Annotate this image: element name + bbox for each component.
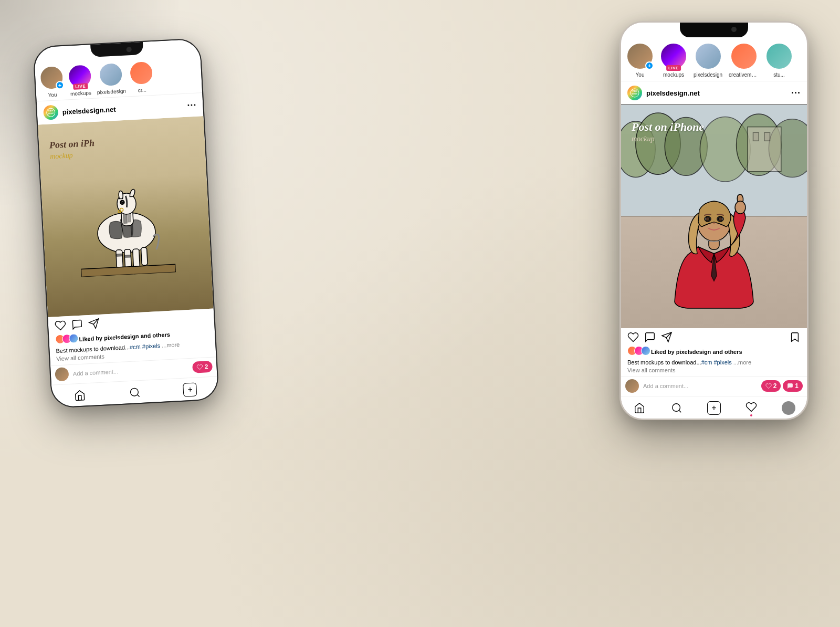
- nav-home-back[interactable]: [51, 386, 108, 404]
- zebra-illustration: [76, 167, 176, 277]
- post-title-back: Post on iPh mockup: [49, 132, 195, 161]
- comment-icon-front[interactable]: [644, 331, 656, 343]
- post-title-sub-front: mockup: [632, 135, 796, 143]
- comment-input-back[interactable]: Add a comment...: [73, 364, 189, 377]
- phone-front: + You LIVE mockups pixelsdesign: [620, 21, 808, 420]
- add-story-btn-front[interactable]: +: [645, 61, 654, 70]
- like-icon-front[interactable]: [627, 331, 639, 343]
- nav-search-back[interactable]: [107, 384, 163, 401]
- view-comments-front[interactable]: View all comments: [621, 367, 807, 377]
- svg-rect-10: [116, 249, 123, 268]
- svg-line-20: [137, 394, 139, 396]
- comment-avatar-front: [625, 379, 639, 393]
- live-badge-back: LIVE: [73, 83, 88, 89]
- story-studio-front[interactable]: stu...: [765, 43, 793, 78]
- nav-heart-front[interactable]: [732, 401, 770, 415]
- post-more-back[interactable]: ···: [187, 99, 197, 111]
- nav-add-front[interactable]: +: [696, 401, 733, 415]
- add-story-btn[interactable]: +: [56, 81, 65, 90]
- phone-back: + You LIVE mockups pixelsdesign: [33, 38, 219, 409]
- story-studio-label-front: stu...: [773, 72, 785, 78]
- story-mockups-front[interactable]: LIVE mockups: [660, 43, 687, 78]
- story-creative-back[interactable]: cr...: [129, 60, 154, 93]
- stories-row-front: + You LIVE mockups pixelsdesign: [621, 38, 807, 81]
- notif-heart-back[interactable]: 2: [192, 361, 213, 373]
- story-pixels-label-front: pixelsdesign: [694, 72, 722, 78]
- story-mockups-label-front: mockups: [663, 72, 684, 78]
- notif-container-back: 2: [192, 361, 213, 373]
- svg-text:VIBE: VIBE: [48, 109, 54, 112]
- notif-heart-count-back: 2: [204, 363, 208, 370]
- post-header-front: VIBE MUSIC pixelsdesign.net ···: [621, 81, 807, 104]
- svg-line-42: [679, 410, 681, 412]
- woman-illustration: [656, 160, 772, 328]
- live-badge-front: LIVE: [666, 65, 681, 71]
- story-pixels-front[interactable]: pixelsdesign: [694, 43, 722, 78]
- comment-row-front: Add a comment... 2 1: [621, 377, 807, 396]
- story-you-front[interactable]: + You: [626, 43, 654, 78]
- svg-point-17: [118, 210, 121, 213]
- post-image-back: Post on iPh mockup: [38, 116, 214, 317]
- notif-comment-count-front: 1: [795, 382, 799, 390]
- notif-container-front: 2 1: [761, 380, 803, 392]
- bottom-nav-front: +: [621, 396, 807, 419]
- svg-rect-12: [133, 248, 140, 268]
- story-creative-front[interactable]: creativemarket: [729, 43, 759, 78]
- post-logo-front: VIBE MUSIC: [627, 86, 642, 100]
- svg-point-9: [122, 201, 123, 202]
- likes-row-front: Liked by pixelsdesign and others: [621, 346, 807, 359]
- svg-rect-14: [116, 254, 122, 256]
- caption-front: Best mockups to download...#cm #pixels .…: [621, 359, 807, 367]
- post-title-front: Post on iPhone mockup: [632, 120, 796, 143]
- phone-back-screen: + You LIVE mockups pixelsdesign: [34, 39, 218, 407]
- svg-point-40: [735, 201, 746, 214]
- svg-rect-13: [141, 247, 148, 266]
- story-mockups-back[interactable]: LIVE mockups: [67, 64, 93, 97]
- post-title-text-front: Post on iPhone: [632, 120, 796, 134]
- svg-text:VIBE: VIBE: [632, 90, 637, 92]
- story-pixels-label-back: pixelsdesign: [97, 88, 127, 96]
- story-mockups-label-back: mockups: [70, 90, 92, 97]
- nav-add-back[interactable]: +: [162, 381, 218, 398]
- story-you-back[interactable]: + You: [39, 65, 65, 98]
- liked-by-text-front: Liked by pixelsdesign and others: [651, 349, 742, 355]
- svg-rect-15: [124, 255, 131, 257]
- nav-profile-front[interactable]: [770, 401, 807, 415]
- liked-by-text-back: Liked by pixelsdesign and others: [79, 331, 170, 342]
- nav-home-front[interactable]: [621, 401, 658, 415]
- phone-front-screen: + You LIVE mockups pixelsdesign: [621, 23, 807, 419]
- svg-point-39: [718, 217, 722, 221]
- like-icon-back[interactable]: [54, 319, 66, 331]
- comment-input-front[interactable]: Add a comment...: [643, 383, 757, 389]
- post-username-back: pixelsdesign.net: [62, 101, 187, 116]
- phone-front-notch: [680, 23, 748, 37]
- story-you-label-back: You: [48, 92, 57, 98]
- post-username-front: pixelsdesign.net: [646, 89, 791, 97]
- story-creative-label-back: cr...: [138, 87, 146, 93]
- comment-avatar-back: [55, 367, 69, 381]
- notif-comment-front[interactable]: 1: [783, 380, 803, 392]
- comment-icon-back[interactable]: [71, 319, 83, 331]
- svg-text:MUSIC: MUSIC: [632, 93, 638, 95]
- svg-point-37: [706, 217, 710, 221]
- nav-search-front[interactable]: [658, 401, 696, 415]
- svg-point-41: [673, 404, 680, 412]
- post-logo-back: VIBE MUSIC: [43, 104, 58, 120]
- notif-heart-front[interactable]: 2: [761, 380, 781, 392]
- story-creative-label-front: creativemarket: [729, 72, 759, 78]
- story-you-label-front: You: [636, 72, 645, 78]
- share-icon-back[interactable]: [88, 318, 100, 330]
- share-icon-front[interactable]: [661, 331, 673, 343]
- action-bar-front: [621, 328, 807, 346]
- story-pixels-back[interactable]: pixelsdesign: [96, 62, 126, 96]
- post-image-front: Post on iPhone mockup: [621, 104, 807, 328]
- svg-text:MUSIC: MUSIC: [48, 112, 54, 115]
- bookmark-icon-front[interactable]: [789, 331, 801, 343]
- notif-heart-count-front: 2: [773, 382, 777, 390]
- post-more-front[interactable]: ···: [791, 88, 801, 99]
